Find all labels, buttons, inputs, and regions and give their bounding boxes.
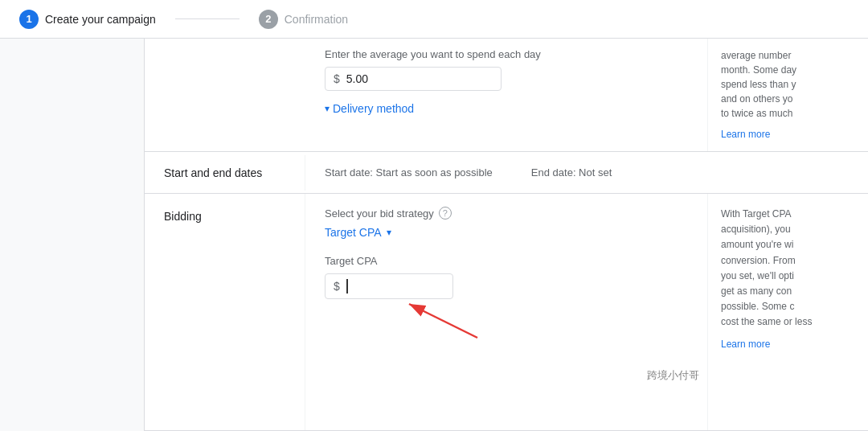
budget-form: Enter the average you want to spend each… [305,39,707,151]
target-cpa-currency: $ [334,280,340,293]
step-divider [175,18,240,19]
annotation-arrow [389,298,485,346]
chevron-down-icon: ▾ [325,103,330,114]
budget-value: 5.00 [346,72,368,85]
help-icon[interactable]: ? [439,207,452,220]
bidding-form: Select your bid strategy ? Target CPA ▾ … [305,194,707,430]
bidding-help-text: With Target CPA acquisition), you amount… [707,194,868,430]
dates-section: Start and end dates Start date: Start as… [145,152,868,194]
content-area: Enter the average you want to spend each… [145,39,868,431]
end-date-value: End date: Not set [531,166,612,179]
step-1: 1 Create your campaign [19,10,156,29]
dropdown-arrow-icon: ▾ [387,227,391,238]
budget-currency: $ [334,72,340,85]
step-1-label: Create your campaign [45,13,156,26]
sidebar [0,39,145,431]
page-header: 1 Create your campaign 2 Confirmation [0,0,868,39]
target-cpa-label: Target CPA [325,255,688,267]
budget-help-line4: and on others yo [721,92,855,106]
svg-line-1 [409,304,477,338]
bidding-help-line6: get as many con [721,284,855,299]
step-1-circle: 1 [19,10,39,29]
delivery-method-label: Delivery method [333,102,414,115]
target-cpa-input[interactable]: $ [325,273,453,299]
budget-help-line1: average number [721,48,855,63]
bidding-help-line1: With Target CPA [721,207,855,222]
bid-strategy-label: Select your bid strategy ? [325,207,688,220]
step-2-circle: 2 [259,10,278,29]
bid-strategy-value: Target CPA [325,226,382,239]
bidding-help-line2: acquisition), you [721,222,855,237]
bidding-learn-more-link[interactable]: Learn more [721,337,855,352]
step-2: 2 Confirmation [259,10,348,29]
budget-help-text: average number month. Some day spend les… [707,39,868,151]
bidding-help-line3: amount you're wi [721,237,855,252]
budget-description: Enter the average you want to spend each… [325,48,688,60]
step-2-label: Confirmation [285,13,348,26]
budget-section: Enter the average you want to spend each… [145,39,868,152]
bidding-help-line7: possible. Some c [721,299,855,314]
budget-help-line3: spend less than y [721,77,855,92]
bidding-section: Bidding Select your bid strategy ? Targe… [145,194,868,431]
bidding-help-line4: conversion. From [721,253,855,269]
budget-input[interactable]: $ 5.00 [325,67,502,91]
dates-section-label: Start and end dates [145,155,305,191]
bidding-help-line5: you set, we'll opti [721,269,855,284]
bidding-section-label: Bidding [145,194,305,430]
target-cpa-container: $ [325,273,688,299]
delivery-method-link[interactable]: ▾ Delivery method [325,102,414,115]
dates-values: Start date: Start as soon as possible En… [305,155,868,190]
main-content: Enter the average you want to spend each… [0,39,868,431]
text-cursor [346,279,348,293]
budget-help-line5: to twice as much [721,106,855,121]
bidding-help-line8: cost the same or less [721,314,855,330]
start-date-value: Start date: Start as soon as possible [325,166,493,179]
bid-strategy-select[interactable]: Target CPA ▾ [325,226,688,239]
budget-learn-more-link[interactable]: Learn more [721,127,855,142]
budget-help-line2: month. Some day [721,63,855,77]
